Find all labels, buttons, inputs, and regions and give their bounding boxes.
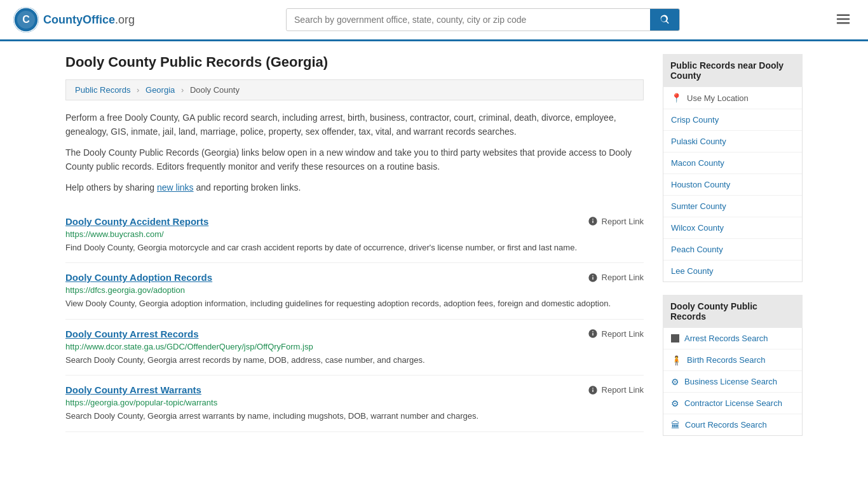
arrest-records-search-link[interactable]: Arrest Records Search xyxy=(663,328,802,349)
records-list: Dooly County Accident Reports Report Lin… xyxy=(65,207,644,432)
use-my-location-link[interactable]: 📍 Use My Location xyxy=(663,87,802,109)
sidebar: Public Records near Dooly County 📍 Use M… xyxy=(663,54,803,449)
search-icon xyxy=(659,14,670,25)
sidebar-county-2[interactable]: Macon County xyxy=(663,152,802,174)
sidebar-county-6[interactable]: Peach County xyxy=(663,239,802,261)
sidebar-county-0[interactable]: Crisp County xyxy=(663,109,802,131)
report-icon-0 xyxy=(588,216,598,226)
desc-p3-suffix: and reporting broken links. xyxy=(196,182,301,193)
main-container: Dooly County Public Records (Georgia) Pu… xyxy=(53,41,815,461)
report-label-1: Report Link xyxy=(602,273,644,282)
court-records-search-link[interactable]: 🏛 Court Records Search xyxy=(663,414,802,435)
record-desc-0: Find Dooly County, Georgia motorcycle an… xyxy=(65,241,644,254)
contractor-license-label: Contractor License Search xyxy=(684,398,782,408)
sidebar-nearby-title: Public Records near Dooly County xyxy=(663,54,803,87)
court-records-label: Court Records Search xyxy=(685,420,767,430)
sidebar-county-7[interactable]: Lee County xyxy=(663,261,802,281)
svg-rect-4 xyxy=(837,14,850,15)
new-links-link[interactable]: new links xyxy=(157,182,194,193)
record-desc-2: Search Dooly County, Georgia arrest reco… xyxy=(65,354,644,367)
sidebar-nearby-links: 📍 Use My Location Crisp County Pulaski C… xyxy=(663,87,803,282)
record-url-1[interactable]: https://dfcs.georgia.gov/adoption xyxy=(65,285,644,295)
sidebar-nearby-section: Public Records near Dooly County 📍 Use M… xyxy=(663,54,803,282)
breadcrumb: Public Records › Georgia › Dooly County xyxy=(65,79,644,100)
record-desc-3: Search Dooly County, Georgia arrest warr… xyxy=(65,410,644,423)
sidebar-county-3[interactable]: Houston County xyxy=(663,174,802,196)
record-title-3[interactable]: Dooly County Arrest Warrants xyxy=(65,384,201,395)
breadcrumb-georgia[interactable]: Georgia xyxy=(146,85,175,95)
record-url-3[interactable]: https://georgia.gov/popular-topic/warran… xyxy=(65,398,644,407)
breadcrumb-public-records[interactable]: Public Records xyxy=(75,85,130,95)
svg-rect-5 xyxy=(837,18,850,19)
sidebar-records-title: Dooly County Public Records xyxy=(663,295,803,328)
report-link-3[interactable]: Report Link xyxy=(588,385,644,395)
record-url-2[interactable]: http://www.dcor.state.ga.us/GDC/Offender… xyxy=(65,342,644,351)
breadcrumb-sep-2: › xyxy=(181,85,184,95)
contractor-license-search-link[interactable]: ⚙ Contractor License Search xyxy=(663,393,802,414)
logo-area[interactable]: C CountyOffice.org xyxy=(13,6,135,33)
description: Perform a free Dooly County, GA public r… xyxy=(65,111,644,194)
page-title: Dooly County Public Records (Georgia) xyxy=(65,54,644,71)
search-area xyxy=(286,8,680,31)
pin-icon: 📍 xyxy=(671,93,682,103)
sidebar-county-4[interactable]: Sumter County xyxy=(663,196,802,217)
logo-tld: .org xyxy=(115,13,135,26)
logo-text: CountyOffice.org xyxy=(43,13,135,27)
search-button[interactable] xyxy=(650,9,679,30)
record-item-3: Dooly County Arrest Warrants Report Link… xyxy=(65,376,644,432)
description-p3: Help others by sharing new links and rep… xyxy=(65,180,644,194)
arrest-icon xyxy=(671,334,679,342)
logo-office: Office xyxy=(83,13,115,26)
birth-records-label: Birth Records Search xyxy=(687,355,766,365)
header: C CountyOffice.org xyxy=(0,0,868,41)
report-link-2[interactable]: Report Link xyxy=(588,329,644,339)
business-license-label: Business License Search xyxy=(684,377,777,386)
description-p1: Perform a free Dooly County, GA public r… xyxy=(65,111,644,139)
report-label-0: Report Link xyxy=(602,217,644,226)
report-icon-2 xyxy=(588,329,598,339)
use-location-label: Use My Location xyxy=(687,93,749,103)
description-p2: The Dooly County Public Records (Georgia… xyxy=(65,146,644,174)
search-input[interactable] xyxy=(287,10,650,30)
desc-p3-prefix: Help others by sharing xyxy=(65,182,157,193)
svg-text:C: C xyxy=(22,14,30,25)
business-license-search-link[interactable]: ⚙ Business License Search xyxy=(663,371,802,393)
record-item-1: Dooly County Adoption Records Report Lin… xyxy=(65,263,644,320)
menu-button[interactable] xyxy=(831,7,855,33)
birth-records-search-link[interactable]: 🧍 Birth Records Search xyxy=(663,349,802,371)
sidebar-county-1[interactable]: Pulaski County xyxy=(663,131,802,152)
birth-icon: 🧍 xyxy=(671,356,682,365)
logo-icon: C xyxy=(13,6,39,33)
record-title-0[interactable]: Dooly County Accident Reports xyxy=(65,216,208,227)
record-item-0: Dooly County Accident Reports Report Lin… xyxy=(65,207,644,264)
report-link-0[interactable]: Report Link xyxy=(588,216,644,226)
contractor-icon: ⚙ xyxy=(671,399,679,408)
sidebar-county-5[interactable]: Wilcox County xyxy=(663,217,802,239)
arrest-records-label: Arrest Records Search xyxy=(684,334,768,343)
sidebar-record-links: Arrest Records Search 🧍 Birth Records Se… xyxy=(663,328,803,436)
report-label-3: Report Link xyxy=(602,385,644,395)
report-icon-1 xyxy=(588,273,598,283)
record-title-2[interactable]: Dooly County Arrest Records xyxy=(65,329,198,339)
report-label-2: Report Link xyxy=(602,329,644,339)
breadcrumb-sep-1: › xyxy=(137,85,139,95)
content-area: Dooly County Public Records (Georgia) Pu… xyxy=(65,54,644,449)
report-icon-3 xyxy=(588,385,598,395)
report-link-1[interactable]: Report Link xyxy=(588,273,644,283)
record-title-1[interactable]: Dooly County Adoption Records xyxy=(65,272,212,283)
record-item-2: Dooly County Arrest Records Report Link … xyxy=(65,320,644,376)
record-desc-1: View Dooly County, Georgia adoption info… xyxy=(65,297,644,310)
svg-rect-6 xyxy=(837,22,850,24)
court-icon: 🏛 xyxy=(671,421,680,430)
sidebar-records-section: Dooly County Public Records Arrest Recor… xyxy=(663,295,803,436)
business-icon: ⚙ xyxy=(671,377,679,386)
breadcrumb-current: Dooly County xyxy=(190,85,240,95)
hamburger-icon xyxy=(835,11,851,27)
record-url-0[interactable]: https://www.buycrash.com/ xyxy=(65,229,644,239)
